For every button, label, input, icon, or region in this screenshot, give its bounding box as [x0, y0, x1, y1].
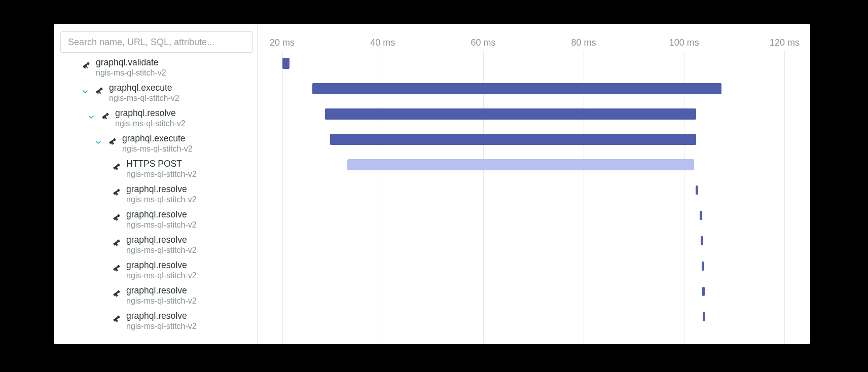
- span-tree-node[interactable]: graphql.resolvengis-ms-ql-stitch-v2: [54, 235, 257, 261]
- span-rows: [257, 51, 810, 344]
- span-tree-node[interactable]: graphql.resolvengis-ms-ql-stitch-v2: [54, 210, 257, 235]
- span-service: ngis-ms-ql-stitch-v2: [126, 246, 197, 255]
- chevron-down-icon[interactable]: [87, 113, 96, 121]
- span-bar[interactable]: [312, 83, 721, 94]
- span-labels: HTTPS POSTngis-ms-ql-stitch-v2: [126, 159, 197, 179]
- span-bar[interactable]: [700, 211, 702, 220]
- span-service: ngis-ms-ql-stitch-v2: [126, 220, 197, 230]
- span-service: ngis-ms-ql-stitch-v2: [109, 94, 179, 103]
- span-row: [257, 304, 810, 329]
- span-labels: graphql.resolvengis-ms-ql-stitch-v2: [126, 184, 197, 204]
- span-row: [257, 279, 810, 304]
- chevron-down-icon[interactable]: [94, 138, 103, 146]
- span-row: [257, 51, 810, 76]
- span-tree-node[interactable]: graphql.validatengis-ms-ql-stitch-v2: [54, 58, 257, 83]
- span-labels: graphql.resolvengis-ms-ql-stitch-v2: [126, 261, 197, 280]
- telescope-icon: [111, 313, 122, 323]
- span-tree-node[interactable]: graphql.resolvengis-ms-ql-stitch-v2: [54, 311, 257, 337]
- span-bar[interactable]: [282, 58, 290, 69]
- span-labels: graphql.resolvengis-ms-ql-stitch-v2: [126, 210, 197, 230]
- span-service: ngis-ms-ql-stitch-v2: [115, 119, 186, 128]
- span-labels: graphql.resolvengis-ms-ql-stitch-v2: [126, 311, 197, 331]
- span-name: graphql.resolve: [126, 184, 197, 194]
- span-name: graphql.resolve: [115, 108, 186, 118]
- span-service: ngis-ms-ql-stitch-v2: [126, 296, 197, 306]
- timeline-panel: 20 ms40 ms60 ms80 ms100 ms120 ms: [257, 24, 810, 344]
- telescope-icon: [111, 212, 122, 222]
- span-service: ngis-ms-ql-stitch-v2: [126, 170, 197, 179]
- span-name: graphql.resolve: [126, 210, 197, 219]
- span-name: HTTPS POST: [126, 159, 197, 169]
- axis-tick: 120 ms: [770, 38, 800, 48]
- telescope-icon: [111, 263, 122, 273]
- span-name: graphql.validate: [96, 58, 166, 67]
- span-row: [257, 177, 810, 203]
- axis-tick: 40 ms: [370, 38, 395, 48]
- telescope-icon: [94, 85, 105, 95]
- span-bar[interactable]: [701, 236, 703, 245]
- telescope-icon: [100, 110, 111, 121]
- search-input[interactable]: [60, 31, 253, 53]
- span-bar[interactable]: [347, 159, 694, 170]
- span-labels: graphql.executengis-ms-ql-stitch-v2: [122, 134, 193, 154]
- span-service: ngis-ms-ql-stitch-v2: [96, 68, 166, 78]
- span-tree-node[interactable]: graphql.executengis-ms-ql-stitch-v2: [54, 134, 257, 159]
- span-name: graphql.execute: [109, 83, 179, 93]
- span-service: ngis-ms-ql-stitch-v2: [126, 322, 197, 331]
- span-labels: graphql.executengis-ms-ql-stitch-v2: [109, 83, 179, 103]
- span-tree: graphql.validatengis-ms-ql-stitch-v2 gra…: [54, 58, 257, 337]
- span-service: ngis-ms-ql-stitch-v2: [126, 271, 197, 280]
- span-service: ngis-ms-ql-stitch-v2: [122, 144, 193, 154]
- span-bar[interactable]: [702, 287, 705, 296]
- chevron-down-icon[interactable]: [81, 88, 90, 96]
- span-name: graphql.resolve: [126, 261, 197, 270]
- axis-tick: 80 ms: [571, 38, 596, 48]
- span-bar[interactable]: [330, 134, 696, 145]
- span-labels: graphql.resolvengis-ms-ql-stitch-v2: [126, 235, 197, 255]
- span-bar[interactable]: [696, 185, 698, 195]
- span-tree-sidebar: graphql.validatengis-ms-ql-stitch-v2 gra…: [54, 24, 258, 344]
- span-bar[interactable]: [325, 108, 696, 120]
- span-row: [257, 253, 810, 279]
- span-tree-node[interactable]: graphql.resolvengis-ms-ql-stitch-v2: [54, 261, 257, 286]
- search-container: [60, 31, 251, 53]
- telescope-icon: [111, 288, 122, 298]
- span-tree-node[interactable]: graphql.resolvengis-ms-ql-stitch-v2: [54, 286, 257, 311]
- span-bar[interactable]: [702, 262, 704, 271]
- span-name: graphql.resolve: [126, 286, 197, 295]
- span-labels: graphql.validatengis-ms-ql-stitch-v2: [96, 58, 166, 78]
- time-axis: 20 ms40 ms60 ms80 ms100 ms120 ms: [257, 24, 810, 51]
- span-row: [257, 76, 810, 101]
- span-name: graphql.resolve: [126, 311, 197, 321]
- span-tree-node[interactable]: graphql.resolvengis-ms-ql-stitch-v2: [54, 184, 257, 210]
- span-labels: graphql.resolvengis-ms-ql-stitch-v2: [115, 108, 186, 128]
- span-row: [257, 127, 810, 152]
- span-labels: graphql.resolvengis-ms-ql-stitch-v2: [126, 286, 197, 306]
- axis-tick: 100 ms: [669, 38, 699, 48]
- trace-waterfall-card: graphql.validatengis-ms-ql-stitch-v2 gra…: [54, 24, 810, 344]
- span-name: graphql.execute: [122, 134, 193, 143]
- span-tree-node[interactable]: graphql.executengis-ms-ql-stitch-v2: [54, 83, 257, 108]
- span-bar[interactable]: [703, 312, 705, 321]
- span-row: [257, 228, 810, 253]
- telescope-icon: [111, 187, 122, 197]
- telescope-icon: [111, 237, 122, 247]
- span-name: graphql.resolve: [126, 235, 197, 245]
- span-service: ngis-ms-ql-stitch-v2: [126, 195, 197, 204]
- span-tree-node[interactable]: HTTPS POSTngis-ms-ql-stitch-v2: [54, 159, 257, 184]
- axis-tick: 60 ms: [471, 38, 495, 48]
- telescope-icon: [81, 60, 92, 70]
- span-tree-node[interactable]: graphql.resolvengis-ms-ql-stitch-v2: [54, 108, 257, 134]
- span-row: [257, 152, 810, 177]
- telescope-icon: [111, 161, 122, 171]
- axis-tick: 20 ms: [270, 38, 295, 48]
- span-row: [257, 101, 810, 127]
- telescope-icon: [107, 136, 118, 146]
- span-row: [257, 203, 810, 228]
